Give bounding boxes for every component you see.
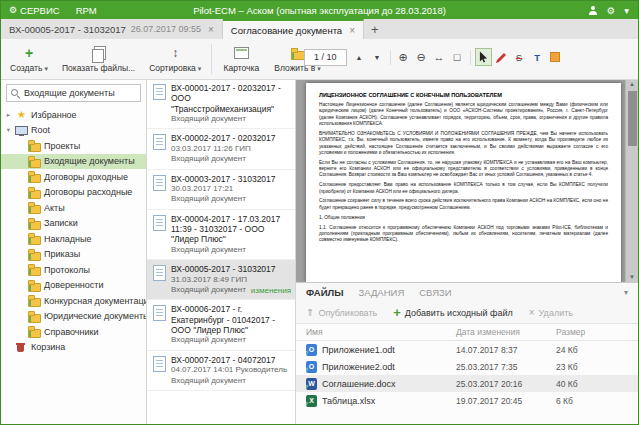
document-type: Входящий документ (171, 154, 246, 164)
chevron-down-icon: ▾ (44, 65, 48, 72)
tree-item-label: Конкурсная документация (44, 296, 147, 306)
tree-item[interactable]: Протоколы (1, 262, 146, 278)
document-type-row: Входящий документ (171, 114, 291, 124)
document-text: ВХ-00007-2017 - 0407201704.07.2017 14:01… (171, 355, 291, 386)
document-list-item[interactable]: ВХ-00007-2017 - 0407201704.07.2017 14:01… (147, 351, 295, 391)
fit-width-button[interactable]: ↔ (431, 48, 448, 66)
document-type-row: Входящий документ (171, 194, 291, 204)
zoom-out-button[interactable]: ⊖ (413, 48, 430, 66)
toolbar-separator (390, 50, 391, 65)
tree-item-label: Корзина (31, 342, 65, 352)
prev-page-button[interactable]: ▲ (351, 48, 368, 66)
tree-item[interactable]: Проекты (1, 138, 146, 154)
document-list-item[interactable]: ВХ-00001-2017 - 02032017 - ООО "Трансстр… (147, 79, 295, 129)
document-list-item[interactable]: ВХ-00002-2017 - 0203201703.03.2017 11:26… (147, 129, 295, 169)
file-row[interactable]: XТаблица.xlsx19.07.2017 20:456 Кб (296, 392, 638, 409)
tab-links[interactable]: СВЯЗИ (419, 287, 451, 298)
next-page-button[interactable]: ▼ (369, 48, 386, 66)
tree-item[interactable]: Договоры расходные (1, 185, 146, 201)
tree-item[interactable]: Записки (1, 216, 146, 232)
file-row[interactable]: OПриложение2.odt25.03.2017 7:3523 Кб (296, 358, 638, 375)
chevron-down-icon[interactable]: ▾ (624, 5, 629, 16)
document-list-item[interactable]: ВХ-00006-2017 - г. Екатеринбург - 010420… (147, 300, 295, 350)
scroll-down-icon[interactable]: ▼ (626, 272, 638, 282)
tree-item[interactable]: Конкурсная документация (1, 293, 146, 309)
tab-timestamp: 26.07.2017 09:55 (131, 24, 201, 34)
tab-tasks[interactable]: ЗАДАНИЯ (359, 287, 405, 298)
close-icon[interactable]: × (208, 24, 214, 35)
menu-rpm[interactable]: RPM (68, 1, 105, 19)
tab-document-card[interactable]: ВХ-00005-2017 - 31032017 26.07.2017 09:5… (1, 19, 223, 39)
file-name: Приложение1.odt (322, 345, 395, 355)
trash-icon (15, 342, 28, 353)
new-tab-button[interactable]: + (371, 23, 379, 36)
document-list-item[interactable]: ВХ-00004-2017 - 17.03.2017 11:39 - 31032… (147, 210, 295, 260)
document-icon (153, 134, 166, 150)
highlight-tool-button[interactable] (547, 48, 564, 66)
select-tool-button[interactable] (475, 48, 492, 66)
tree-item[interactable]: Доверенности (1, 278, 146, 294)
document-list-item[interactable]: ВХ-00003-2017 - 3103201730.03.2017 17:21… (147, 170, 295, 210)
files-table-body: OПриложение1.odt14.07.2017 8:3724 КбOПри… (296, 341, 638, 409)
tree-item[interactable]: ▸★Избранное (1, 107, 146, 123)
folder-icon (28, 264, 41, 275)
tree-item[interactable]: Юридические документы (1, 309, 146, 325)
close-icon[interactable]: × (349, 25, 355, 36)
show-files-label: Показать файлы... (62, 63, 135, 73)
document-icon (153, 175, 166, 191)
add-source-file-button[interactable]: + Добавить исходный файл (393, 306, 513, 319)
tree-item[interactable]: Акты (1, 200, 146, 216)
text-tool-button[interactable]: T (529, 48, 546, 66)
document-list-item[interactable]: ВХ-00005-2017 - 3103201731.03.2017 8:49 … (147, 260, 295, 300)
publish-button[interactable]: ⇑ Опубликовать (306, 308, 377, 318)
document-type: Входящий документ (171, 335, 246, 345)
user-icon[interactable] (589, 6, 598, 15)
sort-button[interactable]: ↕ Сортировка▾ (142, 39, 208, 79)
preview-scrollbar[interactable]: ▲ ▼ (625, 79, 638, 282)
strikeout-tool-button[interactable]: S (511, 48, 528, 66)
tab-approval[interactable]: Согласование документа × (223, 19, 364, 39)
file-type-icon: O (306, 344, 317, 356)
file-date: 25.03.2017 7:35 (456, 362, 556, 372)
preview-title: ЛИЦЕНЗИОННОЕ СОГЛАШЕНИЕ С КОНЕЧНЫМ ПОЛЬЗ… (319, 92, 608, 98)
delete-button[interactable]: × Удалить (529, 308, 573, 318)
document-title: ВХ-00007-2017 - 04072017 (171, 355, 291, 365)
settings-icon[interactable]: ⚙ (607, 5, 616, 16)
scrollbar-thumb[interactable] (628, 91, 637, 146)
card-button[interactable]: Карточка (215, 39, 267, 79)
column-header[interactable]: Размер (556, 327, 628, 337)
show-files-button[interactable]: Показать файлы... (55, 39, 142, 79)
column-header[interactable]: Дата изменения (456, 327, 556, 337)
zoom-in-button[interactable]: ⊕ (395, 48, 412, 66)
scroll-up-icon[interactable]: ▲ (626, 79, 638, 89)
document-meta: 31.03.2017 8:49 ГИП (171, 275, 291, 285)
create-icon: + (25, 46, 33, 60)
tab-files[interactable]: ФАЙЛЫ (306, 287, 344, 298)
tree-item[interactable]: Накладные (1, 231, 146, 247)
file-row[interactable]: WСоглашение.docx25.03.2017 20:1640 Кб (296, 375, 638, 392)
marker-icon (550, 52, 560, 62)
create-button[interactable]: + Создать▾ (3, 39, 55, 79)
file-row[interactable]: OПриложение1.odt14.07.2017 8:3724 Кб (296, 341, 638, 358)
pointer-icon (479, 51, 488, 63)
search-input[interactable]: Входящие документы (6, 84, 141, 102)
files-table-header: ИмяДата измененияРазмер (296, 324, 638, 341)
column-header[interactable]: Имя (306, 327, 456, 337)
tree-item[interactable]: Договоры доходные (1, 169, 146, 185)
pen-tool-button[interactable] (493, 48, 510, 66)
menu-service[interactable]: ⚙ СЕРВИС (1, 1, 68, 19)
tree-item[interactable]: Приказы (1, 247, 146, 263)
document-text: ВХ-00004-2017 - 17.03.2017 11:39 - 31032… (171, 214, 291, 255)
main-menu: ⚙ СЕРВИС RPM (1, 1, 105, 19)
document-text: ВХ-00002-2017 - 0203201703.03.2017 11:26… (171, 133, 291, 164)
fit-page-button[interactable]: □ (449, 48, 466, 66)
tree-item[interactable]: Справочники (1, 324, 146, 340)
tree-item[interactable]: ▾Root (1, 123, 146, 139)
tree-item[interactable]: Корзина (1, 340, 146, 356)
app-window: ⚙ СЕРВИС RPM Pilot-ECM – Аском (опытная … (0, 0, 639, 425)
tree-item[interactable]: Входящие документы (1, 154, 146, 170)
tree-item-label: Записки (44, 218, 78, 228)
file-type-icon: X (306, 395, 317, 407)
collapse-panel-icon[interactable]: ▾ (624, 288, 628, 297)
document-icon (153, 265, 166, 281)
